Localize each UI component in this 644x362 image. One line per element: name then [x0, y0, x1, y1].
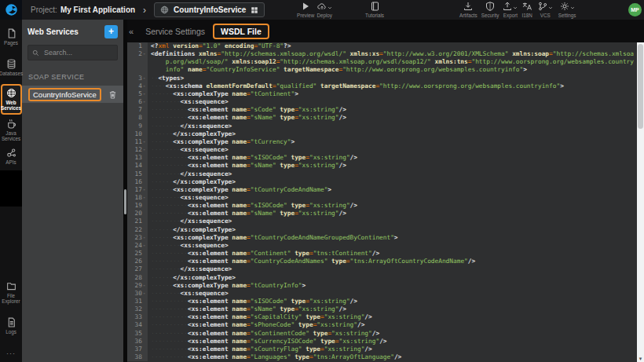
editor-scrollbar[interactable]: ▼ [637, 42, 644, 362]
line-number: 15 [135, 170, 142, 178]
code-text[interactable]: ····<xs:schema elementFormDefault="quali… [148, 82, 637, 90]
code-text[interactable]: ········</xs:sequence> [148, 218, 637, 225]
code-text[interactable]: ········</xs:sequence> [148, 265, 637, 273]
active-service-tab[interactable]: CountryInfoService [154, 2, 265, 17]
code-text[interactable]: ······<xs:complexType name="tContinent"> [148, 90, 637, 98]
code-text[interactable]: <?xml version="1.0" encoding="UTF-8"?> [148, 42, 637, 50]
code-text[interactable]: ··········<xs:element name="sCountryFlag… [148, 346, 637, 353]
code-text[interactable]: ··<types> [148, 75, 637, 82]
sidebar-item-logs[interactable]: Logs [0, 315, 22, 337]
editor-tab-bar: « Service SettingsWSDL File [127, 20, 644, 42]
user-avatar[interactable]: MP [628, 3, 642, 16]
toolbar-button-settings[interactable]: Settings [558, 2, 576, 18]
more-options-icon[interactable]: ··· [6, 337, 16, 362]
code-text[interactable]: ········<xs:sequence> [148, 242, 637, 250]
toolbar-button-export[interactable]: Export [503, 2, 518, 18]
code-text[interactable]: ··········<xs:element name="sCapitalCity… [148, 313, 637, 321]
fold-toggle-icon[interactable]: - [142, 242, 146, 250]
app-logo-icon[interactable] [0, 0, 22, 20]
toolbar-button-deploy[interactable]: Deploy [317, 2, 332, 18]
toolbar-button-preview[interactable]: Preview [297, 2, 314, 18]
fold-toggle-icon[interactable]: - [142, 90, 146, 98]
code-line: 5-······<xs:complexType name="tContinent… [127, 90, 637, 98]
code-text[interactable]: ······</xs:complexType> [148, 130, 637, 138]
code-line: 4-····<xs:schema elementFormDefault="qua… [127, 82, 637, 90]
code-text[interactable]: ········<xs:sequence> [148, 98, 637, 106]
code-text[interactable]: ··········<xs:element name="sISOCode" ty… [148, 202, 637, 210]
code-text[interactable]: ······<xs:complexType name="tCountryInfo… [148, 282, 637, 290]
fold-toggle-icon[interactable]: - [142, 234, 146, 242]
fold-toggle-icon[interactable]: - [142, 290, 146, 298]
grid-icon[interactable] [251, 6, 258, 14]
toolbar-button-vcs[interactable]: VCS [538, 2, 553, 18]
line-number: 14 [135, 162, 142, 170]
toolbar-button-security[interactable]: Security [481, 2, 499, 18]
trash-icon[interactable] [108, 90, 117, 99]
search-input[interactable] [42, 48, 113, 57]
fold-toggle-icon[interactable]: - [142, 282, 146, 290]
toolbar-button-label: Deploy [317, 13, 332, 18]
code-text[interactable]: ··········<xs:element name="CountryCodeA… [148, 258, 637, 265]
code-text[interactable]: ······</xs:complexType> [148, 178, 637, 186]
code-text[interactable]: ········<xs:sequence> [148, 290, 637, 298]
fold-toggle-icon[interactable]: - [142, 75, 146, 82]
line-number-gutter: 8 [127, 114, 148, 122]
tab-wsdl-file[interactable]: WSDL File [213, 24, 269, 39]
fold-toggle-icon[interactable]: - [142, 194, 146, 202]
toolbar-button-i18n[interactable]: I18N [521, 2, 532, 18]
sidebar-item-web-services[interactable]: Web Services [1, 84, 22, 115]
code-text[interactable]: ··········<xs:element name="sContinentCo… [148, 330, 637, 338]
code-line: 34··········<xs:element name="sPhoneCode… [127, 321, 637, 329]
soap-service-item[interactable]: CountryInfoService [22, 86, 123, 103]
code-text[interactable]: ··········<xs:element name="Continent" t… [148, 250, 637, 258]
code-text[interactable]: ········<xs:sequence> [148, 146, 637, 154]
code-text[interactable]: ··········<xs:element name="Languages" t… [148, 353, 637, 361]
fold-toggle-icon[interactable]: - [142, 50, 146, 74]
toolbar-button-tutorials[interactable]: Tutorials [365, 2, 384, 18]
code-text[interactable]: ······<xs:complexType name="tCountryCode… [148, 186, 637, 194]
panel-splitter[interactable] [123, 20, 127, 362]
code-text[interactable]: ··········<xs:element name="sCode" type=… [148, 106, 637, 114]
code-text[interactable]: ··········<xs:element name="sName" type=… [148, 114, 637, 122]
scrollbar-arrow-icon[interactable]: ▼ [637, 357, 644, 361]
tab-service-settings[interactable]: Service Settings [145, 27, 205, 36]
code-text[interactable]: ······</xs:complexType> [148, 274, 637, 282]
folder-icon [6, 281, 16, 291]
fold-toggle-icon[interactable]: - [142, 138, 146, 146]
sidebar-item-file-explorer[interactable]: File Explorer [0, 279, 22, 306]
code-text[interactable]: ··········<xs:element name="sISOCode" ty… [148, 298, 637, 305]
fold-toggle-icon[interactable]: - [142, 98, 146, 106]
line-number-gutter: 11- [127, 138, 148, 146]
code-text[interactable]: ··········<xs:element name="sName" type=… [148, 305, 637, 313]
sidebar-item-java-services[interactable]: Java Services [0, 116, 22, 144]
sidebar-item-databases[interactable]: Databases [0, 57, 22, 79]
line-number-gutter: 30- [127, 290, 148, 298]
code-lines: 1<?xml version="1.0" encoding="UTF-8"?>2… [127, 42, 637, 362]
sidebar-item-pages[interactable]: Pages [0, 26, 22, 48]
code-text[interactable]: ··········<xs:element name="sName" type=… [148, 210, 637, 218]
line-number: 11 [135, 138, 142, 146]
collapse-panel-icon[interactable]: « [129, 27, 134, 36]
fold-toggle-icon[interactable]: - [142, 82, 146, 90]
code-text[interactable]: ········</xs:sequence> [148, 122, 637, 130]
fold-toggle-icon[interactable]: - [142, 146, 146, 154]
code-text[interactable]: ········</xs:sequence> [148, 170, 637, 178]
toolbar-button-artifacts[interactable]: Artifacts [459, 2, 478, 18]
code-text[interactable]: ······<xs:complexType name="tCountryCode… [148, 234, 637, 242]
code-text[interactable]: ········<xs:sequence> [148, 194, 637, 202]
code-text[interactable]: ··········<xs:element name="sPhoneCode" … [148, 321, 637, 329]
code-text[interactable]: ··········<xs:element name="sISOCode" ty… [148, 154, 637, 162]
sidebar-item-apis[interactable]: APIs [0, 145, 22, 167]
code-text[interactable]: ······</xs:complexType> [148, 226, 637, 234]
code-text[interactable]: ··········<xs:element name="sCurrencyISO… [148, 338, 637, 346]
scrollbar-thumb[interactable] [638, 44, 643, 129]
code-text[interactable]: ··········<xs:element name="sName" type=… [148, 162, 637, 170]
soap-service-name[interactable]: CountryInfoService [28, 88, 101, 101]
code-text[interactable]: <definitions xmlns="http://schemas.xmlso… [148, 50, 637, 74]
splitter-handle[interactable] [124, 189, 126, 214]
add-service-button[interactable]: + [104, 25, 118, 38]
service-search-box[interactable] [27, 45, 118, 60]
code-text[interactable]: ······<xs:complexType name="tCurrency"> [148, 138, 637, 146]
soap-section-label: SOAP SERVICE [22, 67, 123, 86]
fold-toggle-icon[interactable]: - [142, 186, 146, 194]
